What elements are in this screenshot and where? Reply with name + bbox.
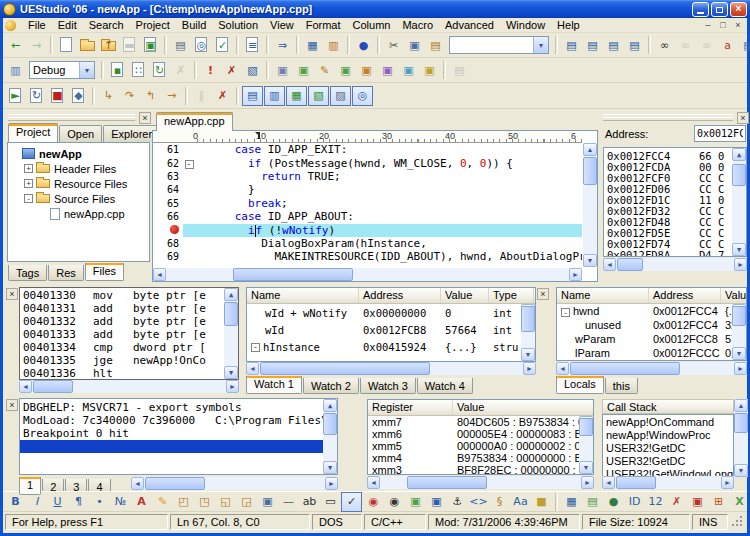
panel-grip[interactable]	[8, 114, 135, 121]
scrollbar-down-button[interactable]: ▼	[732, 347, 746, 360]
xml-icon[interactable]: X	[729, 492, 750, 512]
scrollbar-up-button[interactable]: ▲	[732, 148, 746, 161]
menu-edit[interactable]: Edit	[52, 18, 83, 32]
special-chars-icon[interactable]: §	[489, 492, 510, 512]
print-all-icon[interactable]: ▤	[738, 35, 750, 55]
close-watch-panel-button[interactable]: ×	[537, 288, 549, 300]
disassembly-row[interactable]: 00401335jgenewApp!OnCo	[23, 354, 238, 367]
menu-build[interactable]: Build	[176, 18, 212, 32]
scrollbar-right-button[interactable]: ►	[721, 476, 734, 489]
start-debug-icon[interactable]: ►	[5, 86, 26, 106]
scrollbar-right-button[interactable]: ►	[226, 380, 239, 393]
scrollbar-right-button[interactable]: ►	[523, 362, 536, 375]
tree-item-header-files[interactable]: +Header Files	[10, 161, 147, 176]
menu-advanced[interactable]: Advanced	[439, 18, 500, 32]
memory-row[interactable]: 0x0012FCDA00 0	[607, 161, 746, 172]
disassembly-vertical-scrollbar[interactable]: ▲▼	[224, 288, 238, 379]
insert-field-1-icon[interactable]: ◰	[173, 492, 194, 512]
scrollbar-thumb[interactable]	[579, 418, 593, 436]
register-row[interactable]: xmm7804DC605 : B9753834 : 00000	[368, 416, 593, 428]
locals-row[interactable]: -hwnd0x0012FCC4{...}	[557, 304, 746, 318]
watch-table[interactable]: NameAddressValueType wId + wNotify0x0000…	[246, 287, 536, 362]
locals-row[interactable]: wParam0x0012FCC857664	[557, 332, 746, 346]
scrollbar-left-button[interactable]: ◄	[19, 380, 32, 393]
watch-row[interactable]: -hInstance0x00415924{...}stru	[247, 338, 535, 355]
memory-list[interactable]: 0x0012FCC466 00x0012FCDA00 00x0012FCF0CC…	[603, 147, 747, 257]
step-over-icon[interactable]: ↷	[119, 86, 140, 106]
locals-tab-this[interactable]: this	[605, 378, 638, 394]
restore-button[interactable]	[711, 2, 728, 17]
hr-icon[interactable]: —	[278, 492, 299, 512]
sidebar-tab-res[interactable]: Res	[48, 265, 84, 281]
font-color-icon[interactable]: A	[131, 492, 152, 512]
close-project-panel-button[interactable]: ×	[139, 112, 151, 124]
replace-icon[interactable]: a	[717, 35, 738, 55]
scrollbar-thumb[interactable]	[145, 477, 205, 490]
callstack-header[interactable]: Call Stack	[602, 399, 734, 414]
scrollbar-right-button[interactable]: ►	[325, 477, 338, 490]
scrollbar-thumb[interactable]	[407, 476, 487, 489]
column-header-value[interactable]: Value	[721, 288, 747, 303]
ftp-open-icon[interactable]: ↑	[98, 35, 119, 55]
image-icon[interactable]: ▣	[405, 492, 426, 512]
pause-icon[interactable]: ‖	[191, 86, 212, 106]
stop-hand-icon[interactable]: ✗	[212, 86, 233, 106]
stop-build-icon[interactable]: ✗	[221, 60, 242, 80]
find-prev-icon[interactable]: ∞	[675, 35, 696, 55]
print-preview-icon[interactable]: ◎	[191, 35, 212, 55]
save-all-icon[interactable]: ▣	[140, 35, 161, 55]
code-line-65[interactable]: 65 break;	[153, 197, 582, 210]
bullet-list-icon[interactable]: •	[89, 492, 110, 512]
tree-item-source-files[interactable]: -Source Files	[10, 191, 147, 206]
scrollbar-up-button[interactable]: ▲	[734, 399, 748, 412]
debug-tool-8-icon[interactable]: ▣	[419, 60, 440, 80]
line-number-gutter[interactable]: 63	[153, 171, 183, 182]
checkbox-ctrl-icon[interactable]: ✓	[341, 492, 362, 512]
syntax-color-icon[interactable]: ●	[353, 35, 374, 55]
callstack-row[interactable]: newApp!WindowProc	[603, 429, 733, 442]
step-out-icon[interactable]: ↰	[140, 86, 161, 106]
radio-ctrl-icon[interactable]: ◉	[384, 492, 405, 512]
mdi-close-button[interactable]: ×	[731, 19, 745, 31]
favorites-combo[interactable]: ▾	[449, 36, 549, 54]
expand-icon[interactable]: -	[561, 308, 570, 317]
scrollbar-thumb[interactable]	[260, 362, 430, 375]
list-2-icon[interactable]: ▤	[582, 35, 603, 55]
panel-grip[interactable]	[603, 114, 733, 121]
print-icon[interactable]: ▤	[170, 35, 191, 55]
output-line[interactable]: Breakpoint 0 hit	[20, 427, 337, 440]
code-line-61[interactable]: 61 case ID_APP_EXIT:	[153, 143, 582, 156]
callstack-horizontal-scrollbar[interactable]: ◄►	[602, 476, 734, 489]
hex-mode-icon[interactable]: ▦	[302, 35, 323, 55]
output-tab-1[interactable]: 1	[19, 477, 41, 495]
list-3-icon[interactable]: ▤	[603, 35, 624, 55]
view-search-icon[interactable]: ◎	[352, 86, 373, 106]
button-ctrl-icon[interactable]: ▭	[320, 492, 341, 512]
delete-tags-icon[interactable]: ✗	[666, 492, 687, 512]
minimize-button[interactable]	[692, 2, 709, 17]
scrollbar-thumb[interactable]	[224, 302, 238, 326]
disassembly-row[interactable]: 00401334cmpdword ptr [	[23, 341, 238, 354]
watch-row[interactable]: wId0x0012FCB857664int	[247, 321, 535, 338]
file-tab-newapp-cpp[interactable]: newApp.cpp	[156, 112, 233, 131]
debug-tool-2-icon[interactable]: ▣	[293, 60, 314, 80]
tree-expand-icon[interactable]: +	[24, 179, 33, 188]
watch-tab-watch-3[interactable]: Watch 3	[360, 378, 416, 394]
scrollbar-down-button[interactable]: ▼	[734, 464, 748, 477]
debug-tool-5-icon[interactable]: ▣	[356, 60, 377, 80]
close-button[interactable]: ×	[730, 2, 747, 17]
scrollbar-left-button[interactable]: ◄	[367, 476, 380, 489]
scrollbar-right-button[interactable]: ►	[569, 268, 582, 281]
scrollbar-left-button[interactable]: ◄	[556, 362, 569, 375]
callstack-vertical-scrollbar[interactable]: ▲▼	[734, 399, 748, 477]
code-area[interactable]: 61 case ID_APP_EXIT:62- if (PostMessage(…	[153, 143, 582, 267]
scrollbar-thumb[interactable]	[734, 413, 748, 433]
locals-tab-locals[interactable]: Locals	[556, 376, 604, 394]
disassembly-row[interactable]: 00401331addbyte ptr [e	[23, 302, 238, 315]
registers-table[interactable]: RegisterValue xmm7804DC605 : B9753834 : …	[367, 399, 594, 475]
scrollbar-thumb[interactable]	[583, 157, 597, 185]
disassembly-row[interactable]: 00401330movbyte ptr [e	[23, 289, 238, 302]
code-line-67[interactable]: if (!wNotify)	[153, 223, 582, 236]
memory-row[interactable]: 0x0012FCF0CC C	[607, 172, 746, 183]
scrollbar-up-button[interactable]: ▲	[323, 399, 337, 412]
